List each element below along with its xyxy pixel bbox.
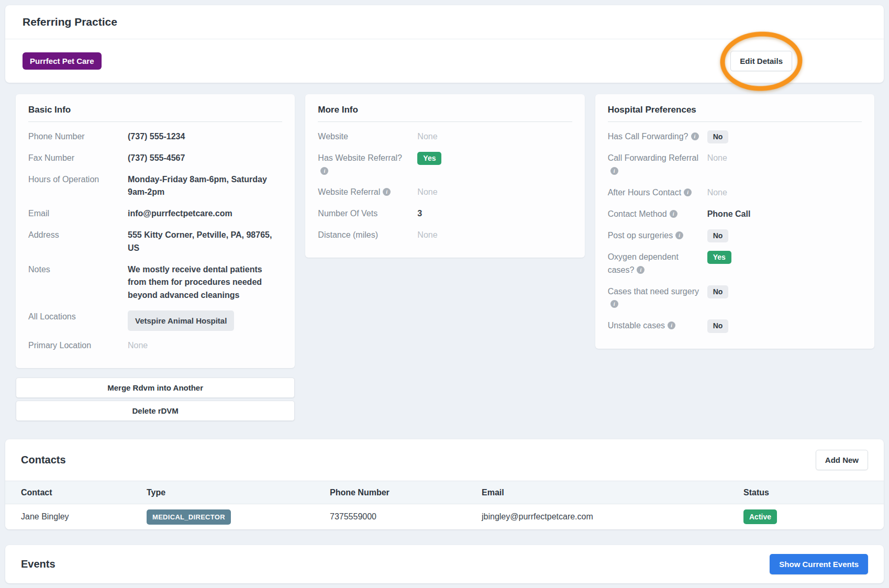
hospital-preferences-heading: Hospital Preferences <box>608 105 862 122</box>
website-value: None <box>417 130 572 143</box>
contact-method-label: Contact Method <box>608 208 707 221</box>
phone-number-label: Phone Number <box>28 130 128 143</box>
notes-label: Notes <box>28 263 128 302</box>
number-of-vets-label: Number Of Vets <box>318 207 417 220</box>
unstable-cases-value: No <box>707 319 862 332</box>
rdvm-actions: Merge Rdvm into Another Delete rDVM <box>16 378 295 421</box>
cases-that-need-surgery-value: No <box>707 285 862 312</box>
email-column-header: Email <box>482 488 743 497</box>
contacts-card: Contacts Add New Contact Type Phone Numb… <box>5 439 884 529</box>
location-chip[interactable]: Vetspire Animal Hospital <box>128 310 234 331</box>
info-icon[interactable] <box>691 132 699 140</box>
info-icon[interactable] <box>670 210 677 218</box>
details-columns: Basic Info Phone Number (737) 555-1234 F… <box>16 94 874 424</box>
distance-value: None <box>417 229 572 242</box>
contact-type-cell: MEDICAL_DIRECTOR <box>147 509 330 525</box>
website-row: Website None <box>318 130 572 143</box>
more-info-heading: More Info <box>318 105 572 122</box>
website-referral-label: Website Referral <box>318 186 417 199</box>
email-value: info@purrfectpetcare.com <box>128 207 282 220</box>
has-call-forwarding-value: No <box>707 130 862 143</box>
address-row: Address 555 Kitty Corner, Petville, PA, … <box>28 229 282 255</box>
primary-location-row: Primary Location None <box>28 339 282 352</box>
has-website-referral-value: Yes <box>417 152 572 178</box>
info-icon[interactable] <box>668 321 675 329</box>
hospital-preferences-column: Hospital Preferences Has Call Forwarding… <box>595 94 874 349</box>
info-icon[interactable] <box>383 188 391 196</box>
all-locations-label: All Locations <box>28 310 128 331</box>
basic-info-panel: Basic Info Phone Number (737) 555-1234 F… <box>16 94 295 368</box>
basic-info-heading: Basic Info <box>28 105 282 122</box>
info-icon[interactable] <box>675 231 683 239</box>
post-op-surgeries-row: Post op surgeries No <box>608 229 862 242</box>
info-icon[interactable] <box>610 300 618 308</box>
notes-row: Notes We mostly receive dental patients … <box>28 263 282 302</box>
post-op-surgeries-value: No <box>707 229 862 242</box>
practice-name-badge: Purrfect Pet Care <box>23 52 102 70</box>
page-title: Referring Practice <box>23 16 866 28</box>
hours-row: Hours of Operation Monday-Friday 8am-6pm… <box>28 173 282 199</box>
info-icon[interactable] <box>637 266 644 274</box>
has-call-forwarding-label: Has Call Forwarding? <box>608 130 707 143</box>
has-website-referral-label: Has Website Referral? <box>318 152 417 178</box>
info-icon[interactable] <box>610 167 618 175</box>
events-title-row: Events Show Current Events <box>5 545 884 583</box>
contacts-title: Contacts <box>21 454 66 466</box>
phone-column-header: Phone Number <box>330 488 482 497</box>
contact-name-cell: Jane Bingley <box>21 512 147 522</box>
no-badge: No <box>707 319 729 332</box>
address-label: Address <box>28 229 128 255</box>
no-badge: No <box>707 229 729 242</box>
distance-label: Distance (miles) <box>318 229 417 242</box>
edit-details-wrap: Edit Details <box>730 51 792 71</box>
has-call-forwarding-row: Has Call Forwarding? No <box>608 130 862 143</box>
contact-table-row[interactable]: Jane Bingley MEDICAL_DIRECTOR 7375559000… <box>5 504 884 529</box>
contact-method-row: Contact Method Phone Call <box>608 208 862 221</box>
call-forwarding-referral-label: Call Forwarding Referral <box>608 152 707 178</box>
contacts-table-header: Contact Type Phone Number Email Status <box>5 481 884 504</box>
distance-row: Distance (miles) None <box>318 229 572 242</box>
oxygen-dependent-cases-row: Oxygen dependent cases? Yes <box>608 251 862 277</box>
primary-location-value: None <box>128 339 282 352</box>
cases-that-need-surgery-label: Cases that need surgery <box>608 285 707 312</box>
show-current-events-button[interactable]: Show Current Events <box>770 554 868 574</box>
basic-info-column: Basic Info Phone Number (737) 555-1234 F… <box>16 94 295 424</box>
contact-column-header: Contact <box>21 488 147 497</box>
website-referral-row: Website Referral None <box>318 186 572 199</box>
no-badge: No <box>707 285 729 298</box>
delete-rdvm-button[interactable]: Delete rDVM <box>16 401 295 421</box>
number-of-vets-value: 3 <box>417 207 572 220</box>
practice-badge-row: Purrfect Pet Care Edit Details <box>5 39 884 83</box>
info-icon[interactable] <box>684 188 692 196</box>
no-badge: No <box>707 130 729 143</box>
edit-details-button[interactable]: Edit Details <box>730 51 792 71</box>
fax-number-row: Fax Number (737) 555-4567 <box>28 152 282 165</box>
hours-value: Monday-Friday 8am-6pm, Saturday 9am-2pm <box>128 173 282 199</box>
phone-number-value: (737) 555-1234 <box>128 130 282 143</box>
more-info-column: More Info Website None Has Website Refer… <box>305 94 584 258</box>
website-label: Website <box>318 130 417 143</box>
type-column-header: Type <box>147 488 330 497</box>
oxygen-dependent-cases-value: Yes <box>707 251 862 277</box>
contacts-title-row: Contacts Add New <box>5 439 884 481</box>
all-locations-value: Vetspire Animal Hospital <box>128 310 282 331</box>
more-info-panel: More Info Website None Has Website Refer… <box>305 94 584 258</box>
post-op-surgeries-label: Post op surgeries <box>608 229 707 242</box>
address-value: 555 Kitty Corner, Petville, PA, 98765, U… <box>128 229 282 255</box>
hospital-preferences-panel: Hospital Preferences Has Call Forwarding… <box>595 94 874 349</box>
info-icon[interactable] <box>320 167 328 175</box>
primary-location-label: Primary Location <box>28 339 128 352</box>
website-referral-value: None <box>417 186 572 199</box>
contact-phone-cell: 7375559000 <box>330 512 482 522</box>
call-forwarding-referral-value: None <box>707 152 862 178</box>
events-title: Events <box>21 558 55 570</box>
merge-rdvm-button[interactable]: Merge Rdvm into Another <box>16 378 295 398</box>
email-row: Email info@purrfectpetcare.com <box>28 207 282 220</box>
after-hours-contact-value: None <box>707 186 862 199</box>
contact-method-value: Phone Call <box>707 208 862 221</box>
all-locations-row: All Locations Vetspire Animal Hospital <box>28 310 282 331</box>
oxygen-dependent-cases-label: Oxygen dependent cases? <box>608 251 707 277</box>
fax-number-label: Fax Number <box>28 152 128 165</box>
yes-badge: Yes <box>417 152 441 165</box>
add-new-button[interactable]: Add New <box>816 450 868 470</box>
